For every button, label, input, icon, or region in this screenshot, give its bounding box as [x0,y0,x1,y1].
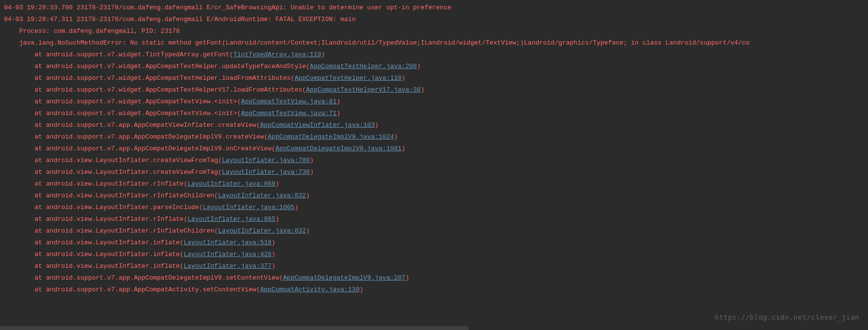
stack-source-link[interactable]: LayoutInflater.java:738 [222,168,310,176]
stack-source-link[interactable]: AppCompatTextHelper.java:208 [310,63,417,70]
logcat-pane[interactable]: 04-03 19:29:33.700 23178-23178/com.dafen… [0,0,868,300]
log-line: at android.support.v7.widget.AppCompatTe… [4,72,864,84]
log-line: at android.support.v7.widget.AppCompatTe… [4,61,864,72]
stack-source-link[interactable]: TintTypedArray.java:119 [233,51,321,58]
stack-source-link[interactable]: AppCompatTextHelper.java:110 [295,74,401,82]
log-line: at android.view.LayoutInflater.inflate(L… [4,249,864,260]
log-line: at android.support.v7.app.AppCompatViewI… [4,119,864,131]
stack-source-link[interactable]: LayoutInflater.java:832 [218,192,306,199]
log-line: at android.support.v7.widget.AppCompatTe… [4,84,864,96]
stack-source-link[interactable]: LayoutInflater.java:832 [218,227,306,235]
stack-source-link[interactable]: AppCompatDelegateImplV9.java:1024 [268,133,394,141]
log-line: Process: com.dafeng.dafengmall, PID: 231… [4,25,864,37]
stack-source-link[interactable]: AppCompatTextHelperV17.java:38 [306,86,421,94]
stack-source-link[interactable]: AppCompatTextView.java:71 [241,110,337,117]
stack-source-link[interactable]: AppCompatActivity.java:139 [260,286,360,293]
log-line: at android.support.v7.app.AppCompatDeleg… [4,272,864,284]
log-line: 04-03 19:29:33.700 23178-23178/com.dafen… [4,2,864,14]
stack-source-link[interactable]: LayoutInflater.java:377 [184,262,272,270]
stack-source-link[interactable]: LayoutInflater.java:426 [184,251,272,258]
log-line: at android.view.LayoutInflater.rInflate(… [4,178,864,190]
log-line: at android.view.LayoutInflater.createVie… [4,155,864,166]
log-line: at android.view.LayoutInflater.rInflate(… [4,213,864,225]
log-line: at android.support.v7.app.AppCompatDeleg… [4,131,864,143]
log-line: at android.support.v7.widget.TintTypedAr… [4,49,864,61]
log-line: at android.view.LayoutInflater.inflate(L… [4,260,864,272]
log-line: at android.support.v7.app.AppCompatDeleg… [4,143,864,155]
log-line: at android.view.LayoutInflater.inflate(L… [4,237,864,249]
log-line: java.lang.NoSuchMethodError: No static m… [4,37,864,49]
stack-source-link[interactable]: LayoutInflater.java:518 [184,239,272,246]
log-line: at android.view.LayoutInflater.rInflateC… [4,225,864,237]
stack-source-link[interactable]: LayoutInflater.java:869 [187,180,275,188]
log-line: 04-03 19:29:47.311 23178-23178/com.dafen… [4,14,864,25]
log-line: at android.view.LayoutInflater.parseIncl… [4,202,864,213]
stack-source-link[interactable]: LayoutInflater.java:865 [187,215,275,223]
stack-source-link[interactable]: LayoutInflater.java:780 [222,157,310,164]
stack-source-link[interactable]: AppCompatViewInflater.java:103 [260,121,375,129]
stack-source-link[interactable]: LayoutInflater.java:1005 [203,204,295,211]
log-line: at android.support.v7.widget.AppCompatTe… [4,96,864,108]
log-line: at android.support.v7.app.AppCompatActiv… [4,284,864,296]
log-line: at android.view.LayoutInflater.createVie… [4,166,864,178]
stack-source-link[interactable]: AppCompatDelegateImplV9.java:1081 [275,145,401,152]
log-line: at android.support.v7.widget.AppCompatTe… [4,108,864,119]
log-line: at android.view.LayoutInflater.rInflateC… [4,190,864,202]
stack-source-link[interactable]: AppCompatDelegateImplV9.java:287 [283,274,406,282]
stack-source-link[interactable]: AppCompatTextView.java:81 [241,98,337,105]
